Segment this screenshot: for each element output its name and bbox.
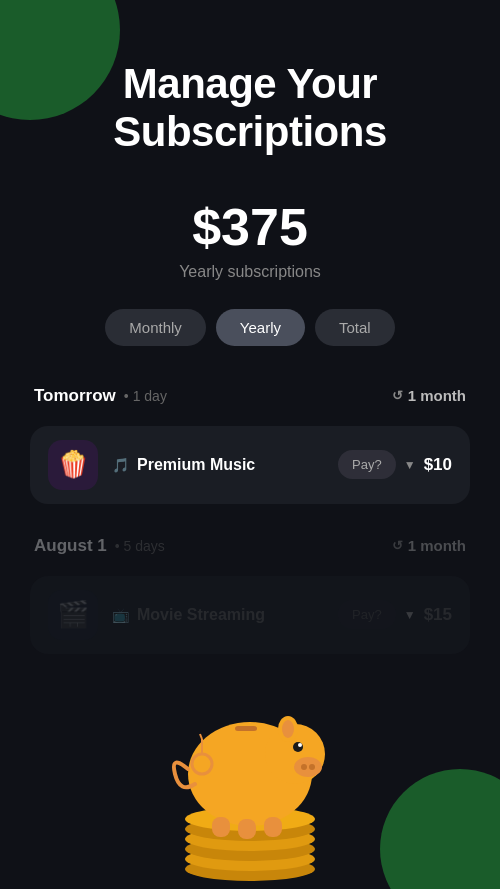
subscription-item-movie-streaming: 🎬 📺 Movie Streaming Pay? ▼ $15: [30, 576, 470, 654]
svg-point-8: [294, 757, 322, 777]
sub-info-premium-music: 🎵 Premium Music: [112, 456, 324, 474]
pay-button-movie-streaming[interactable]: Pay?: [338, 600, 396, 629]
piggy-bank-illustration: [140, 659, 360, 889]
date-section-august1: August 1 • 5 days ↺ 1 month 🎬 📺 Movie St…: [30, 528, 470, 664]
date-header-august1: August 1 • 5 days ↺ 1 month: [30, 528, 470, 564]
sub-right-movie-streaming: Pay? ▼ $15: [338, 600, 452, 629]
svg-point-12: [298, 743, 302, 747]
sub-info-movie-streaming: 📺 Movie Streaming: [112, 606, 324, 624]
sub-name-movie-streaming: Movie Streaming: [137, 606, 265, 624]
date-label-august1: August 1: [34, 536, 107, 556]
subscription-list: Tomorrow • 1 day ↺ 1 month 🍿 🎵 Premium M…: [30, 378, 470, 678]
tab-total[interactable]: Total: [315, 309, 395, 346]
svg-rect-18: [264, 817, 282, 837]
svg-rect-16: [212, 817, 230, 837]
svg-point-10: [309, 764, 315, 770]
tab-monthly[interactable]: Monthly: [105, 309, 206, 346]
sub-price-premium-music: $10: [424, 455, 452, 475]
sub-price-movie-streaming: $15: [424, 605, 452, 625]
svg-rect-17: [238, 819, 256, 839]
date-header-tomorrow: Tomorrow • 1 day ↺ 1 month: [30, 378, 470, 414]
svg-point-14: [282, 720, 294, 738]
svg-point-11: [293, 742, 303, 752]
tab-group: Monthly Yearly Total: [105, 309, 394, 346]
page-title: Manage Your Subscriptions: [113, 60, 387, 157]
category-icon-movie: 📺: [112, 607, 129, 623]
days-badge-august1: • 5 days: [115, 538, 165, 554]
recur-label-tomorrow: ↺ 1 month: [392, 387, 466, 404]
sub-icon-movie-streaming: 🎬: [48, 590, 98, 640]
price-arrow-movie-streaming: ▼: [404, 608, 416, 622]
sub-icon-premium-music: 🍿: [48, 440, 98, 490]
sub-name-premium-music: Premium Music: [137, 456, 255, 474]
svg-rect-15: [235, 726, 257, 731]
svg-point-9: [301, 764, 307, 770]
summary-subtitle: Yearly subscriptions: [179, 263, 321, 281]
days-badge-tomorrow: • 1 day: [124, 388, 167, 404]
date-section-tomorrow: Tomorrow • 1 day ↺ 1 month 🍿 🎵 Premium M…: [30, 378, 470, 514]
recur-icon-tomorrow: ↺: [392, 388, 403, 403]
pay-button-premium-music[interactable]: Pay?: [338, 450, 396, 479]
date-label-tomorrow: Tomorrow: [34, 386, 116, 406]
tab-yearly[interactable]: Yearly: [216, 309, 305, 346]
svg-line-21: [200, 734, 202, 739]
recur-icon-august1: ↺: [392, 538, 403, 553]
subscription-item-premium-music: 🍿 🎵 Premium Music Pay? ▼ $10: [30, 426, 470, 504]
recur-label-august1: ↺ 1 month: [392, 537, 466, 554]
total-amount: $375: [192, 197, 308, 257]
category-icon-music: 🎵: [112, 457, 129, 473]
bg-decoration-bottom-right: [380, 769, 500, 889]
price-arrow-premium-music: ▼: [404, 458, 416, 472]
sub-right-premium-music: Pay? ▼ $10: [338, 450, 452, 479]
